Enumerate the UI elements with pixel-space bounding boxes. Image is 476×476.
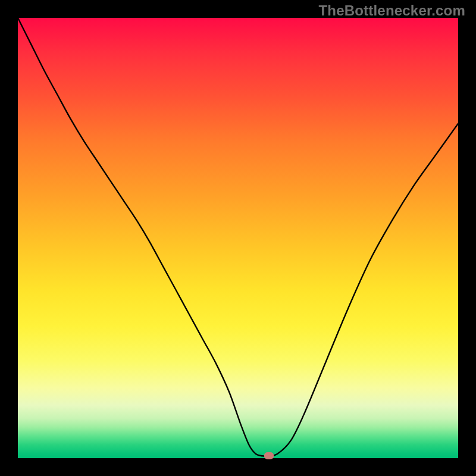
chart-frame: TheBottlenecker.com <box>0 0 476 476</box>
plot-area <box>18 18 458 458</box>
optimal-point-marker <box>264 452 274 459</box>
watermark-text: TheBottlenecker.com <box>318 2 465 19</box>
bottleneck-curve <box>18 18 458 458</box>
